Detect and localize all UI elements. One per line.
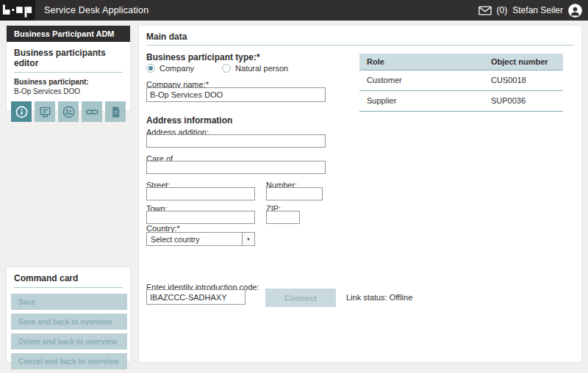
link-icon	[85, 105, 99, 119]
participant-type-radios: Company Natural person	[146, 64, 288, 73]
table-row[interactable]: Supplier SUP0036	[359, 90, 563, 111]
tab-communication[interactable]	[35, 101, 55, 122]
app-header: Service Desk Application (0) Stefan Seil…	[0, 0, 588, 21]
document-icon	[109, 105, 123, 119]
role-cell: Customer	[359, 70, 484, 90]
town-input[interactable]	[146, 211, 255, 224]
service-desk-app: Service Desk Application (0) Stefan Seil…	[0, 0, 588, 373]
user-avatar-icon[interactable]	[568, 4, 582, 18]
link-status-text: Link status: Offline	[346, 293, 412, 302]
info-icon	[15, 105, 29, 119]
object-number-cell: SUP0036	[484, 90, 563, 111]
participant-label: Business participant:	[14, 78, 123, 86]
radio-company[interactable]: Company	[146, 64, 194, 73]
mail-count: (0)	[497, 5, 508, 15]
participant-type-label: Business participant type:*	[146, 52, 260, 62]
object-number-column-header: Object number	[484, 54, 563, 70]
module-header: Business Participant ADM	[7, 26, 130, 42]
chevron-down-icon[interactable]: ▾	[242, 233, 254, 245]
roles-table-header-row: Role Object number	[359, 54, 563, 70]
participant-value: B-Op Services DOO	[14, 87, 123, 95]
main-data-panel: Main data Business participant type:* Co…	[138, 25, 582, 363]
mail-icon[interactable]	[478, 6, 492, 15]
object-number-cell: CUS0018	[484, 70, 563, 90]
tab-contacts[interactable]	[58, 101, 79, 122]
command-card-panel: Command card Save Save and back to overv…	[6, 267, 131, 363]
main-data-divider	[146, 45, 574, 46]
people-icon	[62, 105, 76, 119]
address-section-title: Address information	[146, 115, 232, 126]
care-of-input[interactable]	[146, 161, 326, 174]
radio-natural-label: Natural person	[235, 64, 288, 73]
tab-main-data[interactable]	[11, 101, 32, 122]
editor-divider	[14, 72, 123, 73]
country-select[interactable]: Select country ▾	[146, 232, 255, 246]
radio-company-label: Company	[159, 64, 194, 73]
save-and-back-button[interactable]: Save and back to overview	[11, 314, 127, 330]
radio-company-circle[interactable]	[146, 64, 155, 73]
table-row[interactable]: Customer CUS0018	[359, 70, 563, 90]
role-column-header: Role	[359, 54, 484, 70]
delete-and-back-button[interactable]: Delete and back to overview	[11, 333, 127, 350]
editor-tab-bar	[11, 101, 126, 122]
main-data-title: Main data	[146, 32, 187, 42]
chat-board-icon	[38, 105, 52, 119]
roles-table: Role Object number Customer CUS0018 Supp…	[359, 54, 563, 112]
country-select-value: Select country	[147, 235, 242, 244]
role-cell: Supplier	[359, 90, 484, 111]
tab-links[interactable]	[82, 101, 102, 122]
bop-logo-icon	[1, 2, 34, 18]
connect-button[interactable]: Connect	[265, 289, 336, 307]
app-logo	[0, 0, 35, 21]
company-name-input[interactable]	[146, 87, 326, 102]
number-input[interactable]	[266, 187, 323, 200]
business-participant-panel: Business Participant ADM Business partic…	[6, 25, 131, 112]
cancel-and-back-button[interactable]: Cancel and back to overview	[11, 353, 127, 369]
identity-code-input[interactable]	[146, 289, 245, 305]
street-input[interactable]	[146, 187, 255, 200]
command-card-divider	[14, 287, 123, 288]
address-addition-input[interactable]	[146, 134, 326, 148]
command-card-title: Command card	[14, 273, 123, 283]
radio-natural-circle[interactable]	[222, 64, 231, 73]
radio-natural-person[interactable]: Natural person	[222, 64, 288, 73]
user-name: Stefan Seiler	[512, 5, 563, 15]
app-title: Service Desk Application	[44, 5, 148, 15]
zip-input[interactable]	[266, 211, 300, 224]
tab-documents[interactable]	[105, 101, 126, 122]
editor-title: Business participants editor	[14, 48, 123, 68]
save-button[interactable]: Save	[11, 294, 127, 310]
